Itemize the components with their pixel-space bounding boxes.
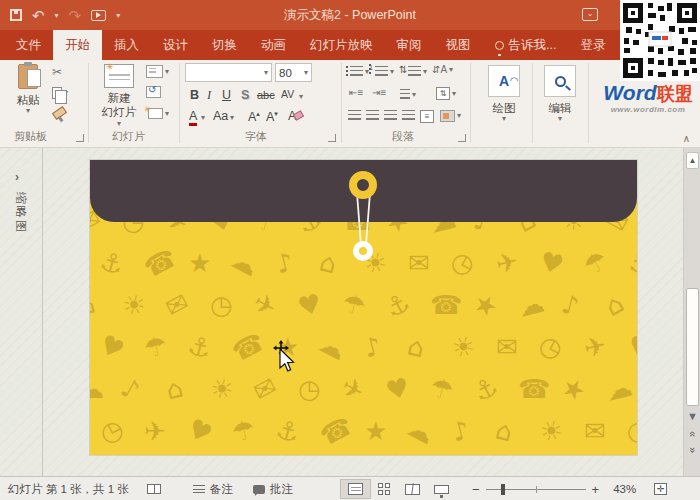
thumbnail-panel[interactable]: › 缩略图: [0, 148, 43, 476]
tab-view[interactable]: 视图: [434, 30, 483, 60]
clear-formatting-button[interactable]: A: [288, 110, 296, 123]
scrollbar-thumb[interactable]: [686, 288, 699, 406]
new-slide-dropdown-icon[interactable]: ▾: [117, 120, 121, 128]
tab-design[interactable]: 设计: [151, 30, 200, 60]
align-center-button[interactable]: [366, 110, 379, 121]
layout-dropdown-icon[interactable]: ▾: [165, 68, 169, 76]
bold-button[interactable]: B: [190, 89, 199, 102]
previous-slide-icon[interactable]: «: [687, 426, 699, 443]
cut-button[interactable]: ✂: [52, 66, 62, 78]
tab-slideshow[interactable]: 幻灯片放映: [298, 30, 385, 60]
comments-toggle[interactable]: 批注: [253, 482, 293, 497]
underline-button[interactable]: U: [222, 89, 231, 102]
align-right-button[interactable]: [384, 110, 397, 121]
editing-button[interactable]: 编辑 ▾: [538, 65, 582, 123]
distribute-button[interactable]: ≡: [420, 110, 434, 123]
change-case-button[interactable]: Aa: [213, 110, 228, 123]
zoom-out-button[interactable]: −: [472, 482, 480, 497]
copy-button[interactable]: ▾: [52, 87, 68, 99]
line-spacing-button[interactable]: ▾: [408, 66, 427, 77]
font-color-dropdown-icon[interactable]: ▾: [201, 114, 205, 122]
ribbon-display-options-icon[interactable]: ⌄: [582, 8, 598, 21]
new-slide-button[interactable]: 新建 幻灯片 ▾: [96, 64, 142, 128]
spellcheck-icon[interactable]: [147, 484, 161, 494]
slide-sorter-icon: [378, 483, 391, 495]
font-dialog-launcher[interactable]: [328, 134, 336, 142]
change-case-dropdown-icon[interactable]: ▾: [230, 114, 234, 122]
align-text-button[interactable]: ⇅▾: [436, 87, 456, 100]
line-spacing-dropdown-icon[interactable]: ▾: [423, 68, 427, 76]
font-size-dropdown-icon[interactable]: ▾: [304, 69, 308, 77]
fit-to-window-icon[interactable]: ✛: [654, 483, 667, 495]
reading-view-button[interactable]: [398, 479, 427, 499]
format-painter-button[interactable]: [52, 109, 65, 122]
save-icon[interactable]: [10, 9, 22, 21]
font-name-combo[interactable]: ▾: [185, 63, 272, 82]
text-direction-button[interactable]: ⇵A▾: [432, 64, 453, 75]
tab-insert[interactable]: 插入: [102, 30, 151, 60]
notes-toggle[interactable]: 备注: [193, 482, 233, 497]
tell-me-box[interactable]: 告诉我...: [483, 30, 569, 60]
bullets-button[interactable]: ▾: [350, 66, 369, 77]
text-shadow-button[interactable]: S: [241, 89, 249, 102]
strikethrough-button[interactable]: abc: [257, 90, 275, 101]
align-text-dropdown-icon[interactable]: ▾: [452, 90, 456, 98]
font-size-value: 80: [279, 67, 292, 79]
slideshow-view-button[interactable]: [427, 479, 456, 499]
align-left-button[interactable]: [348, 110, 361, 121]
smartart-dropdown-icon[interactable]: ▾: [457, 112, 461, 120]
scroll-down-icon[interactable]: ▼: [684, 410, 700, 422]
grow-font-button[interactable]: A: [248, 110, 260, 124]
justify-button[interactable]: [402, 110, 415, 121]
italic-button[interactable]: I: [207, 89, 211, 102]
font-name-dropdown-icon[interactable]: ▾: [264, 69, 268, 77]
zoom-level[interactable]: 43%: [613, 483, 636, 495]
drawing-button[interactable]: A 绘图 ▾: [482, 65, 526, 123]
zoom-in-button[interactable]: +: [592, 482, 600, 497]
scroll-up-button[interactable]: ▲: [686, 152, 699, 169]
character-spacing-dropdown-icon[interactable]: ▾: [299, 93, 303, 101]
columns-button[interactable]: ▾: [400, 89, 416, 100]
drawing-dropdown-icon[interactable]: ▾: [502, 115, 506, 123]
undo-icon[interactable]: ↶: [32, 8, 45, 23]
decrease-indent-button[interactable]: ⇤≡: [349, 87, 363, 98]
numbering-dropdown-icon[interactable]: ▾: [390, 68, 394, 76]
section-dropdown-icon[interactable]: ▾: [165, 110, 169, 118]
increase-indent-button[interactable]: ⇥≡: [372, 87, 386, 98]
paste-dropdown-icon[interactable]: ▾: [26, 107, 30, 115]
slide-sorter-button[interactable]: [371, 479, 398, 499]
layout-button[interactable]: ▾: [146, 65, 169, 78]
sign-in-button[interactable]: 登录: [568, 30, 617, 60]
expand-thumbnails-icon[interactable]: ›: [15, 170, 19, 184]
tab-file[interactable]: 文件: [4, 30, 53, 60]
customize-qat-icon[interactable]: ▾: [116, 11, 120, 20]
slide-canvas[interactable]: ✉◷✈♥☂⚓☎★☁♪⌂☀✉◷⚓☎★☁♪⌂☀✉◷✈♥☂⚓☎⌂☀✉◷✈♥☂⚓☎★☁♪…: [90, 160, 637, 455]
paragraph-dialog-launcher[interactable]: [458, 134, 466, 142]
collapse-ribbon-icon[interactable]: ∧: [683, 133, 690, 144]
vertical-scrollbar[interactable]: ▲ ▼ « »: [683, 148, 700, 476]
clipboard-dialog-launcher[interactable]: [76, 134, 84, 142]
text-direction-dropdown-icon[interactable]: ▾: [449, 66, 453, 74]
zoom-slider-thumb[interactable]: [501, 484, 505, 495]
reset-button[interactable]: [146, 86, 161, 98]
tab-animations[interactable]: 动画: [249, 30, 298, 60]
paste-button[interactable]: 粘贴 ▾: [8, 64, 48, 115]
editing-dropdown-icon[interactable]: ▾: [558, 115, 562, 123]
next-slide-icon[interactable]: »: [687, 442, 699, 459]
tab-home[interactable]: 开始: [53, 30, 102, 60]
section-button[interactable]: ▾: [148, 108, 169, 119]
undo-dropdown-icon[interactable]: ▾: [55, 11, 59, 20]
tab-transitions[interactable]: 切换: [200, 30, 249, 60]
font-size-combo[interactable]: 80▾: [275, 63, 312, 82]
normal-view-button[interactable]: [340, 479, 371, 499]
convert-smartart-button[interactable]: ▾: [440, 110, 461, 122]
columns-dropdown-icon[interactable]: ▾: [412, 91, 416, 99]
tab-slideshow-label: 幻灯片放映: [310, 37, 373, 54]
numbering-button[interactable]: ▾: [375, 66, 394, 77]
shrink-font-button[interactable]: A: [266, 110, 278, 124]
tab-review[interactable]: 审阅: [385, 30, 434, 60]
start-slideshow-icon[interactable]: [91, 10, 106, 21]
character-spacing-button[interactable]: AV: [281, 89, 294, 100]
font-color-button[interactable]: A: [189, 110, 197, 126]
zoom-slider[interactable]: [486, 489, 586, 490]
